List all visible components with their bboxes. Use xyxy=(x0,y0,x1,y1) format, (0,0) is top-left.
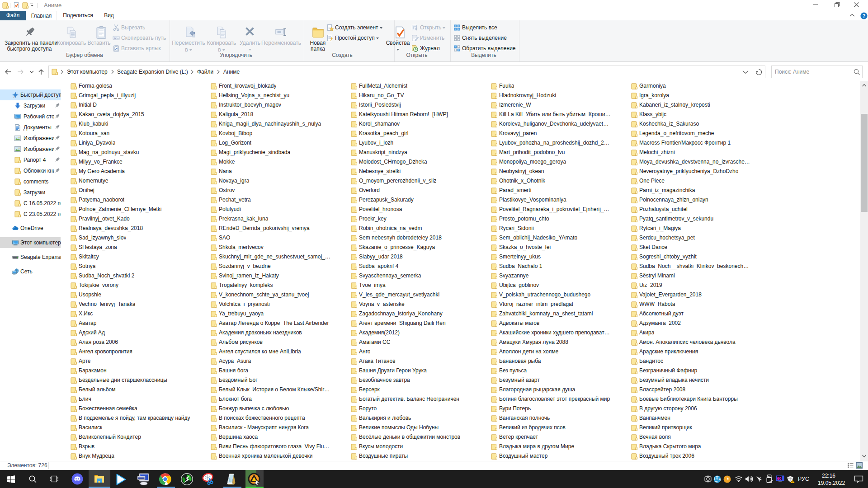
svg-text:?: ? xyxy=(863,13,866,19)
svg-text:60: 60 xyxy=(777,476,782,481)
svg-text:S: S xyxy=(716,477,718,481)
